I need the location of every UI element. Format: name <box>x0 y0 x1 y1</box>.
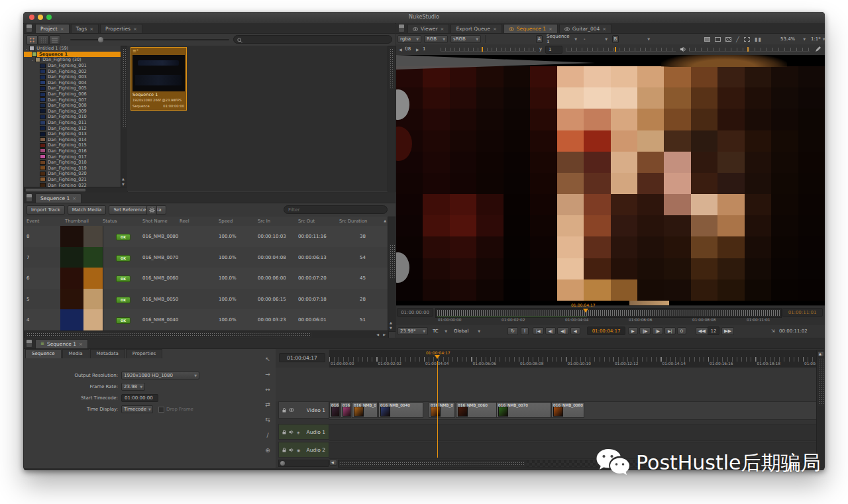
set-reference-media-button[interactable]: Set Reference Media <box>109 205 166 215</box>
tab-tags[interactable]: Tags× <box>71 24 99 33</box>
timeline-clip-016-nmb-0[interactable]: 016_NMB_0 <box>352 402 378 418</box>
thumbnail-size-slider[interactable] <box>70 39 229 40</box>
close-icon[interactable]: × <box>133 25 137 33</box>
tree-item-dan-fighting-009[interactable]: Dan_Fighting_009 <box>24 109 121 115</box>
timeline-clip-016[interactable]: 016 <box>329 402 340 418</box>
tree-item-dan-fighting-005[interactable]: Dan_Fighting_005 <box>24 85 121 91</box>
scrollbar-thumb[interactable] <box>122 48 127 128</box>
timeline-clip-016-nmb-0080[interactable]: 016_NMB_0080 <box>551 402 584 418</box>
subtab-metadata[interactable]: Metadata <box>90 349 125 358</box>
scrollbar-thumb[interactable] <box>25 188 86 192</box>
close-icon[interactable]: × <box>79 340 83 348</box>
video-track-lane[interactable]: 016016_016_NMB_0016_NMB_0040016_NMB_0016… <box>329 401 816 420</box>
volume-icon[interactable] <box>680 46 686 52</box>
display-dropdown[interactable]: RGB▼ <box>424 35 448 43</box>
input-b-button[interactable]: B <box>612 35 619 43</box>
a-version-dropdown[interactable]: -▼ <box>582 35 610 43</box>
tab-properties[interactable]: Properties× <box>100 24 142 33</box>
timeline-current-time-field[interactable]: 01:00:04:17 <box>279 353 325 362</box>
resolution-dropdown[interactable]: 1920x1080 HD_1080▼ <box>121 372 199 379</box>
eye-icon[interactable] <box>413 26 418 32</box>
split-view-button[interactable] <box>38 35 49 45</box>
scroll-up-arrow[interactable]: ▲ <box>390 321 392 325</box>
panel-menu-icon[interactable] <box>26 340 32 347</box>
eye-icon[interactable] <box>289 407 294 413</box>
scroll-right-arrow[interactable]: ▶ <box>383 332 386 336</box>
close-icon[interactable]: × <box>493 25 497 33</box>
tree-item-dan-fighting-017[interactable]: Dan_Fighting_017 <box>24 154 121 160</box>
wipe-tool-icon[interactable]: ╱ <box>736 36 739 42</box>
subtab-properties[interactable]: Properties <box>126 349 162 358</box>
scroll-up-arrow[interactable]: ▲ <box>122 177 125 181</box>
timeline-clip-016-[interactable]: 016_ <box>341 402 351 418</box>
column-header-src-in[interactable]: Src In <box>258 219 270 224</box>
viewer-image-area[interactable] <box>396 55 825 305</box>
gain-slider[interactable] <box>441 48 536 52</box>
time-display-dropdown[interactable]: Timecode▼ <box>121 405 153 413</box>
channels-dropdown[interactable]: rgba▼ <box>398 35 421 43</box>
viewer-seek-bar[interactable]: 01:00:04:17 <box>435 308 782 318</box>
zoom-level-dropdown[interactable]: 53.4%▼ <box>778 35 808 43</box>
table-row[interactable]: 8OK016_NMB_0080100.0%00:00:10:0300:00:11… <box>24 226 388 248</box>
settings-button[interactable] <box>146 205 157 215</box>
title-bar[interactable]: NukeStudio <box>23 12 825 24</box>
input-a-button[interactable]: A <box>536 35 543 43</box>
tree-item-dan-fighting-008[interactable]: Dan_Fighting_008 <box>24 103 121 109</box>
import-track-button[interactable]: Import Track <box>26 205 65 215</box>
gamma-field[interactable]: 1 <box>545 46 562 54</box>
column-header-thumbnail[interactable]: Thumbnail <box>65 219 89 224</box>
spreadsheet-column-headers[interactable]: ▲ EventThumbnailStatusShot NameReelSpeed… <box>24 217 388 227</box>
sync-tool-icon[interactable]: ⊕ <box>262 446 273 455</box>
b-source-dropdown[interactable]: ▼ <box>621 35 652 43</box>
drop-frame-checkbox[interactable] <box>158 407 164 413</box>
audio2-track-header[interactable]: ◉ Audio 2 <box>278 442 329 458</box>
transport-rewind-button[interactable]: ◀| <box>545 327 556 334</box>
tab-viewer[interactable]: Viewer× <box>407 24 449 33</box>
tree-item-dan-fighting-019[interactable]: Dan_Fighting_019 <box>24 165 121 171</box>
sequence-thumbnail-card[interactable]: ≡⁺ Sequence 1 1920x1080 266f @23.98FPS S… <box>131 47 187 111</box>
list-view-button[interactable] <box>49 35 60 45</box>
tree-item-dan-fighting-004[interactable]: Dan_Fighting_004 <box>24 80 121 86</box>
transport-rewind-button[interactable]: |◀ <box>533 327 544 334</box>
in-point-field[interactable]: 01:00:00:00 <box>397 308 433 317</box>
tree-item-dan-fighting-006[interactable]: Dan_Fighting_006 <box>24 91 121 97</box>
tab-guitar-004[interactable]: Guitar_004× <box>559 24 611 33</box>
trim-tool-icon[interactable]: ↔ <box>262 385 273 394</box>
transport-forward-button[interactable]: ▶ <box>628 327 638 334</box>
skip-back-button[interactable]: ◀◀ <box>696 327 708 335</box>
video-track-header[interactable]: Video 1 <box>278 401 329 419</box>
table-row[interactable]: 6OK016_NMB_0060100.0%00:00:06:0000:00:07… <box>24 268 388 289</box>
tree-item-dan-fighting-folder[interactable]: -Dan_Fighting (30) <box>24 57 121 63</box>
scroll-up-arrow[interactable]: ▲ <box>818 351 824 357</box>
razor-tool-icon[interactable]: ∕ <box>262 430 273 440</box>
speaker-icon[interactable] <box>289 448 294 452</box>
transport-forward-button[interactable]: O <box>677 327 687 334</box>
fps-dropdown[interactable]: 23.98*▼ <box>398 327 428 335</box>
sort-arrow-icon[interactable]: ▲ <box>384 219 386 223</box>
tree-item-dan-fighting-020[interactable]: Dan_Fighting_020 <box>24 171 121 177</box>
tree-item-dan-fighting-003[interactable]: Dan_Fighting_003 <box>24 74 121 80</box>
volume-slider[interactable] <box>689 48 810 52</box>
eye-icon[interactable] <box>564 26 570 32</box>
format-overlay-icon[interactable] <box>715 37 721 42</box>
tab-project[interactable]: Project× <box>35 24 70 33</box>
scrollbar-thumb[interactable] <box>389 48 395 89</box>
column-header-src-out[interactable]: Src Out <box>298 219 315 224</box>
transport-forward-button[interactable]: ‖▶ <box>639 327 651 334</box>
lock-icon[interactable] <box>282 408 286 413</box>
table-row[interactable]: 4OK016_NMB_0040100.0%00:00:03:2300:00:06… <box>24 309 388 330</box>
tree-item-dan-fighting-015[interactable]: Dan_Fighting_015 <box>24 142 121 148</box>
transport-forward-button[interactable]: ▶| <box>664 327 676 334</box>
gain-up-arrow[interactable]: ▶ <box>416 47 419 52</box>
gain-down-arrow[interactable]: ◀ <box>399 47 402 52</box>
transport-forward-button[interactable]: |▶ <box>652 327 663 334</box>
close-icon[interactable]: × <box>441 25 445 33</box>
gain-slider-handle[interactable] <box>482 47 483 52</box>
audio1-track-lane[interactable] <box>329 424 816 441</box>
solo-icon[interactable]: ◈ <box>297 430 300 434</box>
close-icon[interactable]: × <box>89 25 93 33</box>
start-timecode-field[interactable]: 01:00:00:00 <box>121 394 158 402</box>
loop-mode-button[interactable]: ↻ <box>507 327 518 335</box>
tree-item-dan-fighting-007[interactable]: Dan_Fighting_007 <box>24 97 121 103</box>
timeline-playhead-line[interactable] <box>437 361 438 458</box>
